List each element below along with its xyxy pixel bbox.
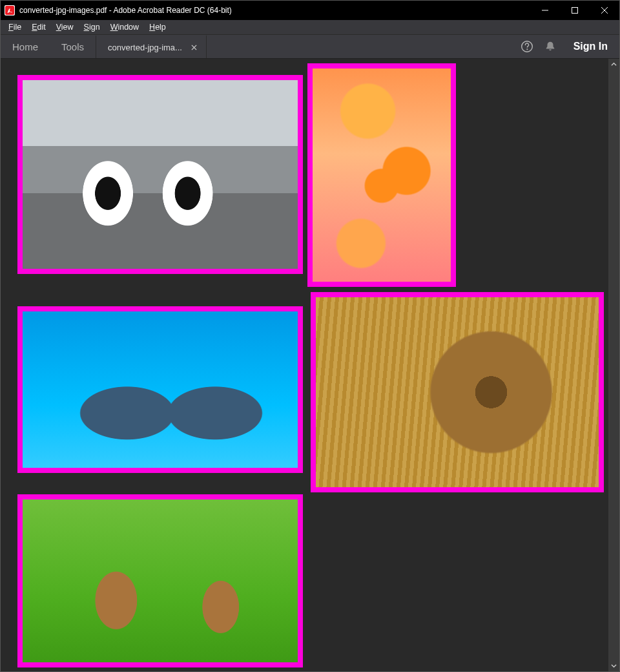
document-page[interactable]: [1, 59, 619, 671]
nav-home[interactable]: Home: [1, 35, 50, 58]
menu-view[interactable]: View: [51, 20, 79, 34]
image-placeholder: [23, 499, 298, 662]
scroll-down-icon[interactable]: [608, 660, 619, 671]
acrobat-icon: [5, 5, 15, 16]
maximize-button[interactable]: [560, 1, 590, 20]
app-window: converted-jpg-images.pdf - Adobe Acrobat…: [0, 0, 620, 672]
document-area: [1, 59, 619, 671]
toolbar-spacer: [207, 35, 515, 58]
image-placeholder: [316, 297, 599, 487]
image-dolphins[interactable]: [17, 306, 303, 473]
nav-tools[interactable]: Tools: [50, 35, 96, 58]
help-icon[interactable]: [515, 35, 539, 58]
scroll-up-icon[interactable]: [608, 59, 619, 70]
svg-point-4: [526, 48, 528, 50]
document-tab[interactable]: converted-jpg-ima...: [96, 35, 207, 58]
menu-sign[interactable]: Sign: [79, 20, 105, 34]
image-penguins[interactable]: [17, 75, 303, 274]
titlebar: converted-jpg-images.pdf - Adobe Acrobat…: [1, 1, 619, 20]
image-placeholder: [313, 68, 451, 282]
close-tab-icon[interactable]: [189, 45, 200, 50]
image-placeholder: [23, 80, 298, 269]
image-placeholder: [23, 311, 298, 468]
image-antelope[interactable]: [17, 494, 303, 667]
svg-rect-2: [572, 8, 578, 14]
minimize-button[interactable]: [530, 1, 560, 20]
image-jellyfish[interactable]: [307, 63, 456, 287]
bell-icon[interactable]: [539, 35, 562, 58]
vertical-scrollbar[interactable]: [608, 59, 619, 671]
window-controls: [530, 1, 619, 20]
toolbar: Home Tools converted-jpg-ima... Sign In: [1, 35, 619, 59]
signin-button[interactable]: Sign In: [562, 35, 619, 58]
window-title: converted-jpg-images.pdf - Adobe Acrobat…: [19, 6, 530, 15]
menu-help[interactable]: Help: [144, 20, 171, 34]
image-lion[interactable]: [311, 292, 604, 492]
menu-file[interactable]: File: [3, 20, 26, 34]
menubar: File Edit View Sign Window Help: [1, 20, 619, 35]
tab-title: converted-jpg-ima...: [108, 43, 182, 52]
menu-window[interactable]: Window: [105, 20, 144, 34]
close-button[interactable]: [590, 1, 619, 20]
menu-edit[interactable]: Edit: [26, 20, 51, 34]
